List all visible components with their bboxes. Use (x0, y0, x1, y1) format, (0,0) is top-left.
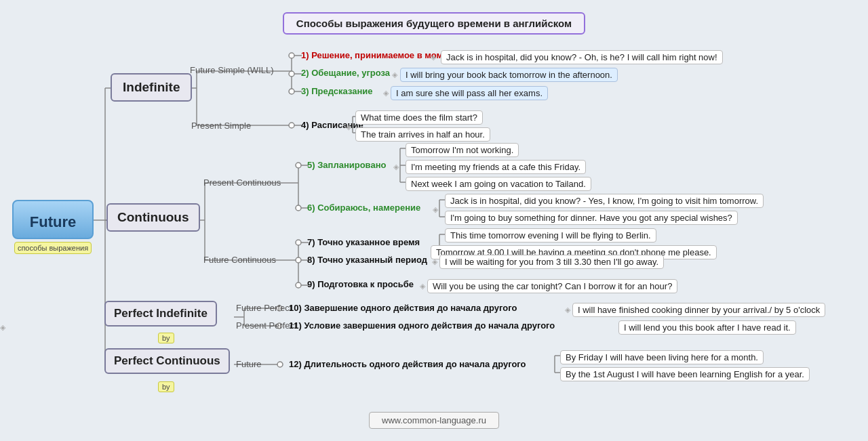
point5-example3: Next week I am going on vacation to Tail… (406, 177, 591, 191)
point9-bullet: ◈ (420, 280, 425, 291)
point5-example1: Tomorrow I'm not working. (406, 143, 519, 157)
by-badge-1: by (158, 333, 174, 343)
svg-point-57 (296, 205, 301, 211)
point8-bullet: ◈ (432, 256, 437, 266)
future-perfect-label: Future Perfect (236, 303, 292, 313)
point3-bullet: ◈ (383, 87, 389, 98)
point11-bullet: ◈ (0, 322, 5, 332)
svg-point-56 (296, 163, 301, 168)
present-simple-label: Present Simple (191, 121, 251, 131)
future-simple-label: Future Simple (WILL) (190, 65, 274, 75)
point10-example: I will have finished cooking dinner by y… (572, 303, 825, 317)
future-continuous-label: Future Continuous (203, 255, 276, 265)
point3-label: 3) Предсказание (301, 86, 373, 96)
future-label2: Future (236, 359, 262, 369)
point6-example2: I'm going to buy something for dinner. H… (445, 211, 738, 225)
point5-example2: I'm meeting my friends at a cafe this Fr… (406, 160, 586, 174)
future-box: Future способы выражения (12, 200, 94, 254)
svg-point-58 (296, 240, 301, 245)
point6-bullet: ◈ (433, 204, 438, 214)
point2-bullet: ◈ (392, 69, 397, 79)
svg-point-60 (296, 282, 301, 288)
by-badge-2: by (158, 381, 174, 392)
svg-point-53 (289, 71, 294, 77)
perfect-indefinite-box: Perfect Indefinite (104, 301, 217, 327)
point5-bullet: ◈ (393, 161, 399, 171)
point9-label: 9) Подготовка к просьбе (307, 279, 414, 289)
point12-example2: By the 1st August I will have been learn… (560, 367, 810, 381)
website-link: www.common-language.ru (369, 412, 499, 429)
svg-point-63 (277, 362, 283, 367)
point6-label: 6) Собираюсь, намерение (307, 203, 420, 213)
point4-example1: What time does the film start? (355, 110, 483, 125)
present-perfect-label: Present Perfect (236, 320, 297, 331)
point12-label: 12) Длительность одного действия до нача… (289, 359, 526, 369)
continuous-box: Continuous (106, 203, 200, 232)
point6-example1: Jack is in hospital, did you know? - Yes… (445, 194, 764, 208)
point7-label: 7) Точно указанное время (307, 237, 420, 247)
point8-example: I will be waiting for you from 3 till 3.… (439, 255, 664, 269)
future-sub: способы выражения (14, 242, 92, 254)
point12-example1: By Friday I will have been living here f… (560, 350, 764, 364)
point4-example2: The train arrives in half an hour. (355, 127, 490, 142)
point1-example: Jack is in hospital, did you know? - Oh,… (441, 50, 723, 64)
point4-label: 4) Расписание (301, 120, 363, 130)
point2-label: 2) Обещание, угроза (301, 68, 390, 78)
point8-label: 8) Точно указанный период (307, 255, 427, 265)
point3-example: I am sure she will pass all her exams. (391, 86, 548, 100)
title-text: Способы выражения будущего времени в анг… (283, 12, 585, 35)
point7-example1: This time tomorrow evening I will be fly… (445, 228, 656, 243)
perfect-continuous-box: Perfect Continuous (104, 348, 230, 374)
point1-bullet: ◈ (431, 51, 436, 62)
future-label: Future (12, 200, 94, 239)
point2-example: I will bring your book back tomorrow in … (400, 68, 618, 82)
title-box: Способы выражения будущего времени в анг… (136, 12, 732, 35)
point10-label: 10) Завершение одного действия до начала… (289, 303, 517, 313)
point5-label: 5) Запланировано (307, 160, 386, 170)
indefinite-box: Indefinite (111, 73, 192, 102)
point11-label: 11) Условие завершения одного действия д… (289, 320, 555, 331)
present-continuous-label: Present Continuous (203, 177, 281, 188)
point10-bullet: ◈ (565, 304, 570, 314)
point11-example: I will lend you this book after I have r… (618, 320, 796, 335)
point4-bullet: ◈ (346, 121, 351, 131)
point9-example: Will you be using the car tonight? Can I… (427, 279, 677, 293)
svg-point-52 (289, 53, 294, 58)
svg-point-54 (289, 89, 294, 94)
svg-point-55 (289, 123, 294, 128)
svg-point-59 (296, 257, 301, 263)
